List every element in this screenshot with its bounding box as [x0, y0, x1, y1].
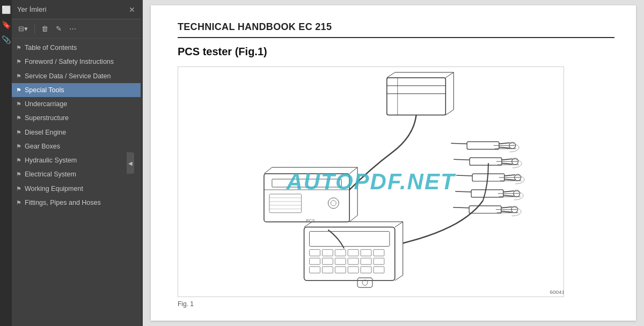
svg-rect-0 — [387, 78, 445, 115]
pages-icon[interactable]: ⬜ — [2, 5, 11, 14]
bookmark-label: Working Equipment — [25, 184, 135, 193]
svg-rect-31 — [310, 232, 390, 247]
svg-line-67 — [503, 195, 514, 196]
bookmark-flag-icon: ⚑ — [16, 171, 21, 178]
bookmark-item-service-data[interactable]: ⚑Service Data / Service Daten — [12, 69, 141, 83]
bookmark-item-fittings[interactable]: ⚑Fittings, Pipes and Hoses — [12, 196, 141, 210]
panel-collapse-handle[interactable]: ◀ — [127, 152, 134, 174]
svg-rect-39 — [322, 258, 333, 264]
panel-toolbar: ⊟▾ 🗑 ✎ ⋯ — [12, 19, 141, 39]
attachments-icon[interactable]: 📎 — [2, 35, 11, 44]
svg-rect-49 — [374, 266, 384, 273]
svg-point-23 — [331, 201, 336, 206]
bookmark-label: Hydraulic System — [25, 156, 135, 165]
svg-line-72 — [501, 211, 512, 212]
bookmark-item-hydraulic-system[interactable]: ⚑Hydraulic System — [12, 153, 141, 167]
bookmarks-icon[interactable]: 🔖 — [2, 20, 11, 29]
bookmark-label: Superstructure — [25, 114, 135, 122]
main-content: TECHNICAL HANDBOOK EC 215 PCS tester (Fi… — [143, 0, 644, 326]
bookmark-label: Service Data / Service Daten — [25, 72, 135, 80]
svg-line-11 — [349, 216, 357, 222]
svg-rect-25 — [304, 227, 395, 281]
svg-line-54 — [451, 143, 467, 144]
svg-line-62 — [504, 179, 515, 180]
watermark: AUTOPDF.NET — [286, 169, 455, 195]
bookmark-item-special-tools[interactable]: ⚑Special Tools — [12, 83, 141, 97]
svg-rect-37 — [374, 249, 384, 256]
svg-rect-43 — [374, 258, 384, 264]
trash-icon: 🗑 — [41, 25, 48, 33]
bookmark-item-superstructure[interactable]: ⚑Superstructure — [12, 111, 141, 125]
figure-label: Fig. 1 — [178, 300, 614, 308]
more-icon: ⋯ — [69, 25, 76, 33]
figure-area: AUTOPDF.NET — [178, 66, 564, 297]
svg-line-69 — [455, 191, 471, 192]
bookmark-label: Electrical System — [25, 170, 135, 179]
panel-title: Yer İmleri — [17, 5, 46, 13]
svg-line-52 — [499, 147, 510, 148]
top-module — [387, 72, 453, 115]
delete-button[interactable]: 🗑 — [39, 24, 50, 34]
bookmark-flag-icon: ⚑ — [16, 100, 21, 108]
bookmark-flag-icon: ⚑ — [16, 86, 21, 94]
svg-rect-46 — [335, 266, 346, 273]
svg-line-51 — [499, 143, 510, 144]
bookmark-label: Gear Boxes — [25, 142, 135, 151]
bookmark-item-toc[interactable]: ⚑Table of Contents — [12, 41, 141, 55]
edit-button[interactable]: ✎ — [54, 24, 64, 34]
chevron-left-icon: ◀ — [128, 160, 133, 166]
more-button[interactable]: ⋯ — [67, 24, 78, 34]
bookmark-flag-icon: ⚑ — [16, 114, 21, 122]
svg-line-4 — [445, 72, 453, 78]
svg-line-26 — [395, 222, 403, 227]
bookmark-label: Undercarriage — [25, 100, 135, 108]
bookmark-item-gear-boxes[interactable]: ⚑Gear Boxes — [12, 139, 141, 153]
bookmark-label: Table of Contents — [25, 43, 135, 52]
svg-rect-42 — [361, 258, 371, 264]
svg-line-64 — [456, 175, 472, 176]
menu-icon: ⊟▾ — [18, 25, 28, 33]
section-title: PCS tester (Fig.1) — [178, 46, 614, 58]
svg-rect-41 — [348, 258, 358, 264]
bookmark-label: Diesel Engine — [25, 128, 135, 137]
svg-line-71 — [501, 207, 512, 208]
svg-rect-47 — [348, 266, 358, 273]
svg-line-59 — [453, 159, 470, 160]
bookmark-item-foreword[interactable]: ⚑Foreword / Safety Instructions — [12, 55, 141, 69]
svg-rect-40 — [335, 258, 346, 264]
svg-line-13 — [264, 167, 272, 174]
svg-line-7 — [387, 72, 395, 78]
bookmarks-panel: Yer İmleri ✕ ⊟▾ 🗑 ✎ ⋯ ⚑Table of Contents… — [12, 0, 141, 326]
bookmark-item-electrical-system[interactable]: ⚑Electrical System — [12, 167, 141, 181]
svg-rect-38 — [310, 258, 320, 264]
svg-text:PCS: PCS — [306, 218, 314, 223]
edit-icon: ✎ — [56, 25, 62, 33]
bookmark-label: Foreword / Safety Instructions — [25, 57, 135, 66]
bookmark-item-undercarriage[interactable]: ⚑Undercarriage — [12, 97, 141, 111]
key-fob — [357, 278, 372, 287]
svg-line-57 — [502, 163, 513, 164]
bookmark-flag-icon: ⚑ — [16, 129, 21, 136]
svg-line-5 — [445, 110, 453, 115]
document-page: TECHNICAL HANDBOOK EC 215 PCS tester (Fi… — [151, 5, 636, 321]
handbook-title: TECHNICAL HANDBOOK EC 215 — [178, 21, 614, 38]
bookmark-flag-icon: ⚑ — [16, 44, 21, 51]
close-panel-button[interactable]: ✕ — [129, 6, 135, 13]
bookmark-label: Fittings, Pipes and Hoses — [25, 198, 135, 207]
svg-rect-36 — [361, 249, 371, 256]
svg-rect-17 — [269, 194, 302, 213]
svg-line-27 — [395, 275, 403, 280]
svg-rect-33 — [322, 249, 333, 256]
svg-rect-48 — [361, 266, 371, 273]
svg-line-66 — [503, 191, 514, 192]
sidebar-icon-strip: ⬜ 🔖 📎 — [0, 0, 12, 326]
bookmark-item-working-equipment[interactable]: ⚑Working Equipment — [12, 182, 141, 196]
svg-rect-32 — [310, 249, 320, 256]
bookmark-flag-icon: ⚑ — [16, 143, 21, 150]
bookmark-flag-icon: ⚑ — [16, 157, 21, 164]
bookmark-item-diesel-engine[interactable]: ⚑Diesel Engine — [12, 125, 141, 139]
toolbar-separator — [34, 24, 35, 34]
panel-header: Yer İmleri ✕ — [12, 0, 141, 19]
bookmark-flag-icon: ⚑ — [16, 72, 21, 80]
menu-button[interactable]: ⊟▾ — [16, 24, 30, 34]
